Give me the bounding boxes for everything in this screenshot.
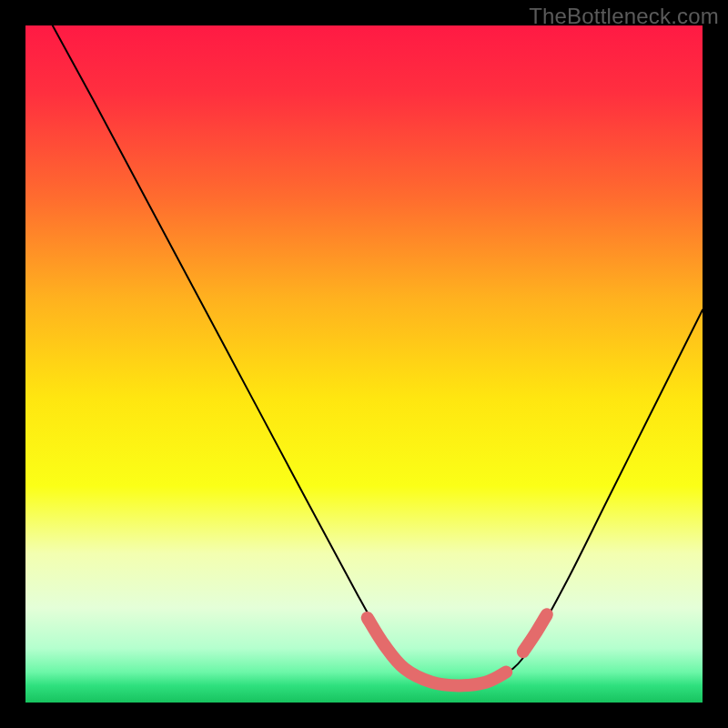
chart-svg (25, 25, 703, 703)
plot-area (25, 25, 703, 703)
gradient-background (25, 25, 703, 703)
chart-container: TheBottleneck.com (0, 0, 728, 728)
